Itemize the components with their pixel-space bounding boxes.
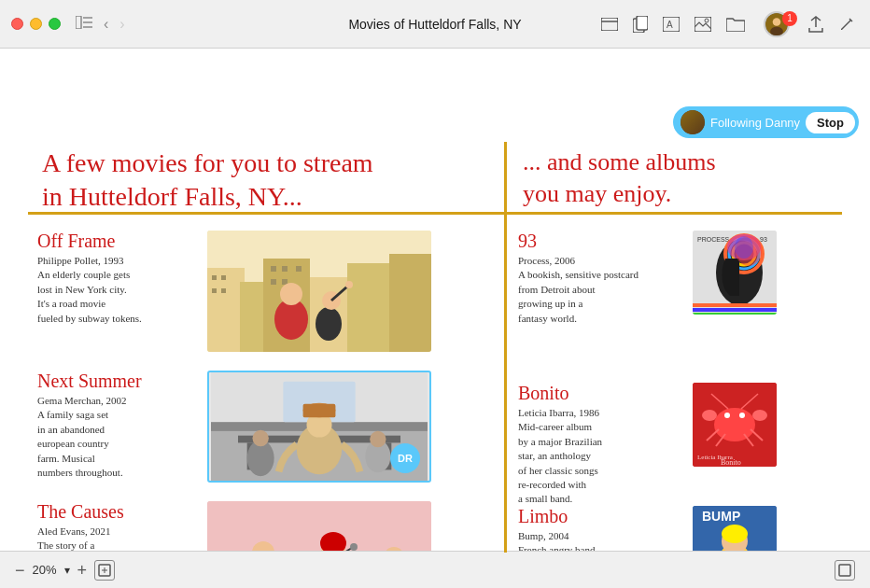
share-button[interactable]: [805, 14, 827, 35]
movie-info-2: Gema Merchan, 2002A family saga setin an…: [37, 394, 196, 480]
svg-rect-29: [296, 266, 302, 272]
toolbar-tools: A 1: [597, 11, 859, 37]
svg-text:PROCESS: PROCESS: [697, 236, 730, 243]
movie-thumb-2: DR: [207, 371, 431, 483]
zoom-fit-button[interactable]: [94, 560, 115, 581]
svg-rect-17: [207, 268, 245, 352]
traffic-lights: [11, 18, 61, 30]
svg-point-87: [702, 410, 717, 421]
canvas-area: Following Danny Stop A few movies for yo…: [0, 49, 870, 588]
svg-rect-7: [637, 16, 648, 30]
svg-point-95: [724, 413, 730, 418]
zoom-out-button[interactable]: −: [15, 562, 25, 579]
folder-button[interactable]: [723, 15, 749, 34]
svg-point-33: [280, 283, 302, 305]
dr-avatar: DR: [390, 443, 420, 473]
svg-rect-26: [221, 288, 226, 293]
collab-label: Following Danny: [710, 116, 800, 130]
album-info-1: Process, 2006A bookish, sensitive postca…: [518, 254, 681, 326]
album-info-2: Leticia Ibarra, 1986Mid-career albumby a…: [518, 406, 681, 507]
photo-button[interactable]: [691, 15, 715, 34]
notification-badge: 1: [782, 11, 797, 26]
album-title-2: Bonito: [518, 383, 681, 404]
svg-rect-22: [389, 254, 431, 352]
collab-bar: Following Danny Stop: [673, 106, 859, 138]
movie-thumb-1: [207, 231, 431, 352]
svg-rect-28: [282, 266, 288, 272]
svg-point-96: [739, 413, 745, 418]
svg-text:A: A: [667, 20, 673, 30]
svg-point-13: [773, 18, 781, 26]
svg-point-50: [252, 430, 268, 446]
expand-button[interactable]: [835, 560, 855, 581]
album-text-2: Bonito Leticia Ibarra, 1986Mid-career al…: [518, 383, 681, 507]
forward-button[interactable]: ›: [116, 14, 128, 35]
svg-rect-24: [221, 275, 226, 280]
svg-point-34: [316, 307, 342, 341]
view-button[interactable]: [597, 16, 622, 33]
bottom-bar: − 20% ▾ +: [0, 551, 870, 588]
album-entry-2: Bonito Leticia Ibarra, 1986Mid-career al…: [518, 383, 777, 507]
svg-point-81: [735, 236, 753, 259]
svg-point-103: [722, 525, 748, 543]
album-title-1: 93: [518, 231, 681, 252]
nav-buttons: ‹ ›: [72, 14, 129, 35]
svg-point-88: [752, 410, 767, 421]
album-text-1: 93 Process, 2006A bookish, sensitive pos…: [518, 231, 681, 326]
svg-rect-21: [347, 263, 394, 352]
svg-rect-48: [303, 404, 336, 418]
movie-title-3: The Causes: [37, 501, 196, 523]
svg-text:93: 93: [760, 236, 767, 243]
collab-avatar: [681, 110, 705, 134]
svg-rect-82: [693, 303, 777, 307]
svg-rect-84: [693, 313, 777, 315]
zoom-in-button[interactable]: +: [77, 562, 88, 579]
movie-entry-2: Next Summer Gema Merchan, 2002A family s…: [37, 371, 431, 483]
window-title: Movies of Hutteldorf Falls, NY: [348, 17, 521, 32]
zoom-dropdown-button[interactable]: ▾: [64, 564, 70, 577]
album-cover-1: PROCESS 93: [693, 231, 777, 315]
svg-point-11: [705, 19, 709, 22]
svg-text:Bonito: Bonito: [721, 458, 741, 467]
movie-title-1: Off Frame: [37, 231, 196, 252]
svg-point-67: [350, 543, 358, 551]
user-avatar-group: 1: [764, 11, 797, 37]
right-title: ... and some albumsyou may enjoy.: [523, 147, 849, 210]
back-button[interactable]: ‹: [100, 14, 112, 35]
edit-button[interactable]: [835, 14, 859, 35]
svg-point-37: [345, 281, 353, 288]
svg-rect-25: [212, 288, 217, 293]
album-title-3: Limbo: [518, 506, 681, 527]
album-entry-1: 93 Process, 2006A bookish, sensitive pos…: [518, 231, 777, 326]
svg-point-86: [714, 408, 755, 441]
movie-text-2: Next Summer Gema Merchan, 2002A family s…: [37, 371, 196, 483]
svg-text:BUMP: BUMP: [702, 509, 740, 524]
svg-rect-30: [271, 279, 276, 285]
svg-rect-23: [212, 275, 217, 280]
svg-rect-83: [693, 308, 777, 312]
svg-rect-27: [271, 266, 276, 272]
close-button[interactable]: [11, 18, 23, 30]
album-cover-2: Leticia Ibarra Bonito: [693, 383, 777, 467]
svg-point-14: [770, 26, 783, 35]
svg-rect-0: [76, 16, 81, 29]
movie-entry-1: Off Frame Philippe Pollet, 1993An elderl…: [37, 231, 431, 352]
copy-button[interactable]: [629, 14, 652, 35]
movie-title-2: Next Summer: [37, 371, 196, 392]
svg-rect-110: [839, 565, 850, 576]
horizontal-divider: [28, 212, 842, 215]
zoom-level-label: 20%: [33, 563, 57, 577]
movie-info-1: Philippe Pollet, 1993An elderly couple g…: [37, 254, 196, 326]
svg-point-52: [370, 431, 386, 447]
svg-rect-4: [601, 18, 618, 31]
left-title: A few movies for you to streamin Hutteld…: [42, 147, 481, 215]
stop-button[interactable]: Stop: [806, 112, 855, 133]
text-button[interactable]: A: [659, 15, 683, 34]
minimize-button[interactable]: [30, 18, 42, 30]
movie-text-1: Off Frame Philippe Pollet, 1993An elderl…: [37, 231, 196, 352]
fullscreen-button[interactable]: [49, 18, 61, 30]
sidebar-toggle-button[interactable]: [72, 14, 96, 35]
vertical-divider: [504, 142, 507, 553]
titlebar: ‹ › Movies of Hutteldorf Falls, NY A: [0, 0, 870, 49]
